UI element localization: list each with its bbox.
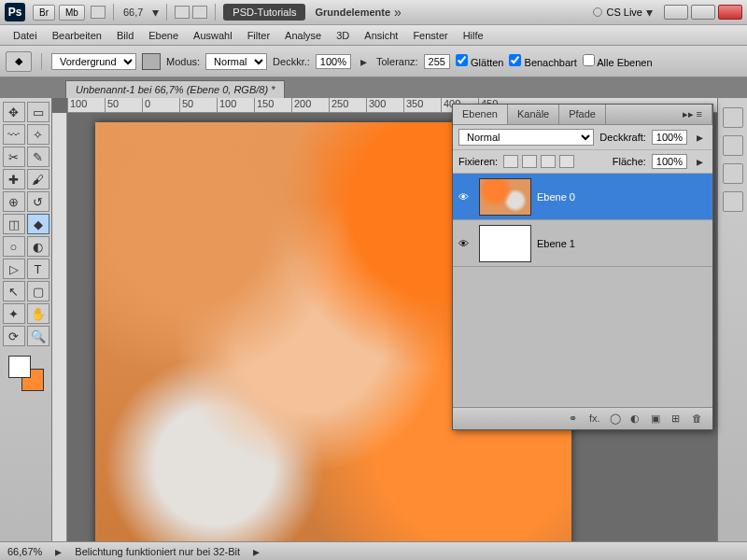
lock-all-icon[interactable]	[559, 155, 574, 168]
layer-thumbnail[interactable]	[479, 178, 531, 216]
bridge-button[interactable]: Br	[33, 5, 55, 21]
workspace-more-icon[interactable]: »	[390, 5, 405, 20]
layers-panel-icon[interactable]	[723, 191, 743, 212]
adjustment-layer-icon[interactable]: ◐	[630, 413, 643, 426]
paint-bucket-tool-icon[interactable]: ◆	[27, 214, 49, 234]
minibridge-button[interactable]: Mb	[59, 5, 85, 21]
current-tool-icon[interactable]: ◆	[6, 51, 32, 72]
healing-tool-icon[interactable]: ✚	[3, 169, 25, 189]
menu-auswahl[interactable]: Auswahl	[186, 30, 240, 41]
swatches-panel-icon[interactable]	[723, 135, 743, 156]
workspace-group[interactable]: Grundelemente	[315, 7, 390, 18]
window-maximize-button[interactable]	[691, 5, 715, 20]
layer-opacity-dropdown-icon[interactable]: ▸	[693, 130, 707, 145]
layer-blend-mode-select[interactable]: Normal	[458, 129, 594, 146]
window-minimize-button[interactable]	[664, 5, 688, 20]
eraser-tool-icon[interactable]: ◫	[3, 214, 25, 234]
menu-bild[interactable]: Bild	[109, 30, 141, 41]
arrange-docs-icon[interactable]	[175, 6, 190, 19]
blur-tool-icon[interactable]: ○	[3, 236, 25, 257]
layer-mask-icon[interactable]: ◯	[610, 413, 623, 426]
lasso-tool-icon[interactable]: 〰	[3, 124, 25, 145]
layer-name[interactable]: Ebene 1	[537, 238, 712, 249]
lock-transparency-icon[interactable]	[503, 155, 518, 168]
adjustments-panel-icon[interactable]	[723, 163, 743, 184]
fill-color-swatch[interactable]	[142, 53, 161, 70]
workspace-label[interactable]: PSD-Tutorials	[223, 4, 305, 21]
zoom-dropdown-icon[interactable]: ▾	[148, 5, 162, 20]
new-layer-icon[interactable]: ⊞	[671, 413, 684, 426]
rotate-view-tool-icon[interactable]: ⟳	[3, 326, 25, 346]
layer-thumbnail[interactable]	[479, 225, 531, 262]
visibility-toggle-icon[interactable]: 👁	[453, 191, 473, 203]
3d-tool-icon[interactable]: ✦	[3, 303, 25, 324]
panel-menu-icon[interactable]: ▸▸ ≡	[673, 105, 712, 124]
document-tab[interactable]: Unbenannt-1 bei 66,7% (Ebene 0, RGB/8) *	[65, 80, 285, 98]
menu-3d[interactable]: 3D	[329, 30, 357, 41]
layer-name[interactable]: Ebene 0	[537, 191, 712, 203]
view-extras-icon[interactable]	[91, 6, 106, 19]
layer-fx-icon[interactable]: fx.	[589, 413, 602, 426]
zoom-level[interactable]: 66,7	[123, 7, 143, 18]
status-indicator-icon[interactable]: ▸	[51, 544, 65, 559]
fill-target-select[interactable]: Vordergrund	[51, 53, 136, 70]
menu-ansicht[interactable]: Ansicht	[357, 30, 405, 41]
tolerance-label: Toleranz:	[376, 56, 418, 67]
screen-mode-icon[interactable]	[192, 6, 207, 19]
visibility-toggle-icon[interactable]: 👁	[453, 238, 473, 249]
foreground-color-swatch[interactable]	[8, 356, 31, 378]
color-panel-icon[interactable]	[723, 107, 743, 128]
brush-tool-icon[interactable]: 🖌	[27, 169, 49, 189]
ruler-vertical[interactable]	[52, 113, 67, 541]
layer-opacity-label: Deckkraft:	[599, 132, 646, 143]
move-tool-icon[interactable]: ✥	[3, 102, 25, 122]
lock-position-icon[interactable]	[541, 155, 556, 168]
tab-pfade[interactable]: Pfade	[559, 105, 606, 124]
tab-ebenen[interactable]: Ebenen	[453, 105, 508, 124]
tab-kanaele[interactable]: Kanäle	[508, 105, 559, 124]
window-close-button[interactable]	[718, 5, 742, 20]
layer-opacity-value[interactable]: 100%	[652, 130, 687, 145]
fill-value[interactable]: 100%	[652, 154, 687, 169]
antialias-checkbox[interactable]: Glätten	[456, 54, 504, 68]
dodge-tool-icon[interactable]: ◐	[27, 236, 49, 257]
blend-mode-select[interactable]: Normal	[205, 53, 267, 70]
pen-tool-icon[interactable]: ▷	[3, 259, 25, 279]
path-select-tool-icon[interactable]: ↖	[3, 281, 25, 301]
status-zoom[interactable]: 66,67%	[7, 546, 42, 557]
hand-tool-icon[interactable]: ✋	[27, 303, 49, 324]
cslive-dropdown-icon[interactable]: ▾	[642, 5, 656, 20]
all-layers-checkbox[interactable]: Alle Ebenen	[583, 54, 653, 68]
cslive-label[interactable]: CS Live	[606, 7, 642, 18]
fill-label: Fläche:	[613, 156, 646, 167]
wand-tool-icon[interactable]: ✧	[27, 124, 49, 145]
menu-analyse[interactable]: Analyse	[277, 30, 329, 41]
status-menu-icon[interactable]: ▸	[249, 544, 263, 559]
tolerance-value[interactable]: 255	[424, 54, 450, 69]
color-picker[interactable]	[8, 356, 44, 391]
shape-tool-icon[interactable]: ▢	[27, 281, 49, 301]
group-icon[interactable]: ▣	[651, 413, 664, 426]
layer-row[interactable]: 👁 Ebene 1	[453, 220, 712, 267]
stamp-tool-icon[interactable]: ⊕	[3, 191, 25, 212]
zoom-tool-icon[interactable]: 🔍	[27, 326, 49, 346]
link-layers-icon[interactable]: ⚭	[569, 413, 582, 426]
menu-hilfe[interactable]: Hilfe	[456, 30, 491, 41]
eyedropper-tool-icon[interactable]: ✎	[27, 147, 49, 167]
menu-datei[interactable]: Datei	[6, 30, 45, 41]
menu-filter[interactable]: Filter	[240, 30, 277, 41]
opacity-value[interactable]: 100%	[316, 54, 351, 69]
marquee-tool-icon[interactable]: ▭	[27, 102, 49, 122]
layer-row[interactable]: 👁 Ebene 0	[453, 174, 712, 220]
type-tool-icon[interactable]: T	[27, 259, 49, 279]
lock-pixels-icon[interactable]	[522, 155, 537, 168]
delete-layer-icon[interactable]: 🗑	[692, 413, 705, 426]
opacity-dropdown-icon[interactable]: ▸	[357, 54, 371, 69]
history-brush-tool-icon[interactable]: ↺	[27, 191, 49, 212]
menu-bearbeiten[interactable]: Bearbeiten	[45, 30, 109, 41]
menu-ebene[interactable]: Ebene	[141, 30, 186, 41]
crop-tool-icon[interactable]: ✂	[3, 147, 25, 167]
menu-fenster[interactable]: Fenster	[405, 30, 455, 41]
fill-dropdown-icon[interactable]: ▸	[693, 154, 707, 169]
contiguous-checkbox[interactable]: Benachbart	[509, 54, 576, 68]
